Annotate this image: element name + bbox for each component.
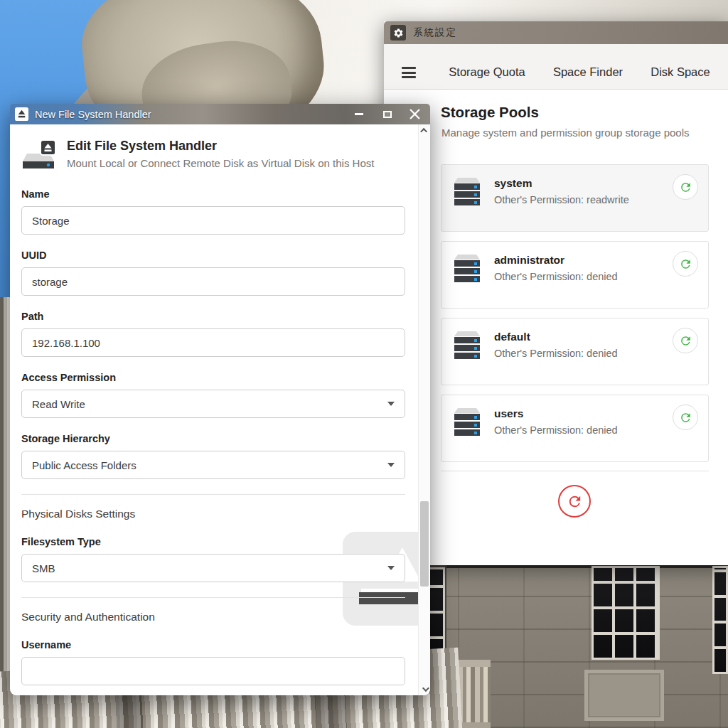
settings-titlebar[interactable]: 系統設定 bbox=[384, 21, 728, 44]
content-divider bbox=[441, 471, 709, 471]
pool-refresh-button[interactable] bbox=[673, 328, 698, 353]
name-label: Name bbox=[21, 188, 405, 200]
pool-permission: Other's Permission: readwrite bbox=[494, 194, 629, 205]
pool-card-administrator[interactable]: administrator Other's Permission: denied bbox=[441, 241, 709, 309]
dialog-header-subtitle: Mount Local or Connect Remote Disk as Vi… bbox=[67, 157, 374, 169]
filesystem-type-value: SMB bbox=[32, 562, 55, 574]
minimize-icon bbox=[355, 113, 363, 115]
page-title: Storage Pools bbox=[441, 104, 539, 121]
server-stack-icon bbox=[451, 405, 483, 439]
pool-name: default bbox=[494, 331, 530, 343]
refresh-icon bbox=[679, 411, 692, 424]
path-label: Path bbox=[21, 311, 405, 323]
tab-space-finder[interactable]: Space Finder bbox=[545, 65, 631, 79]
scroll-up-button[interactable] bbox=[419, 124, 430, 136]
building-window bbox=[592, 566, 660, 660]
chevron-down-icon bbox=[387, 402, 395, 406]
chevron-down-icon bbox=[422, 685, 429, 692]
filesystem-type-label: Filesystem Type bbox=[21, 536, 405, 548]
pool-permission: Other's Permission: denied bbox=[494, 424, 618, 436]
physical-disks-heading: Physical Disks Settings bbox=[21, 508, 405, 520]
access-permission-value: Read Write bbox=[32, 398, 85, 410]
section-divider bbox=[21, 597, 405, 598]
tab-disk-space[interactable]: Disk Space bbox=[638, 65, 723, 79]
field-path: Path bbox=[21, 311, 405, 357]
screen: 系統設定 Storage Quota Space Finder Disk Spa… bbox=[0, 0, 728, 728]
tab-storage-quota[interactable]: Storage Quota bbox=[444, 65, 530, 79]
relief-panel bbox=[584, 670, 664, 721]
server-stack-icon bbox=[451, 252, 483, 286]
pool-refresh-button[interactable] bbox=[673, 174, 698, 200]
field-name: Name bbox=[21, 188, 405, 235]
refresh-icon bbox=[679, 257, 692, 271]
close-button[interactable] bbox=[400, 104, 429, 124]
pool-name: system bbox=[494, 177, 532, 190]
pool-card-default[interactable]: default Other's Permission: denied bbox=[441, 318, 709, 385]
maximize-icon bbox=[383, 111, 392, 118]
security-heading: Security and Authentication bbox=[21, 611, 405, 623]
name-input[interactable] bbox=[21, 206, 405, 235]
filesystem-type-select[interactable]: SMB bbox=[21, 554, 405, 582]
storage-hierarchy-value: Public Access Folders bbox=[32, 459, 136, 471]
access-permission-select[interactable]: Read Write bbox=[21, 390, 405, 418]
username-label: Username bbox=[21, 639, 405, 651]
pool-name: users bbox=[494, 407, 523, 420]
pool-card-users[interactable]: users Other's Permission: denied bbox=[441, 395, 709, 462]
pool-permission: Other's Permission: denied bbox=[494, 271, 618, 282]
dialog-header-title: Edit File System Handler bbox=[67, 139, 374, 154]
username-input[interactable] bbox=[21, 657, 405, 685]
scrollbar-track[interactable] bbox=[418, 124, 430, 695]
field-access-permission: Access Permission Read Write bbox=[21, 372, 405, 418]
dialog-titlebar[interactable]: New File System Handler bbox=[10, 104, 430, 124]
pool-card-system[interactable]: system Other's Permission: readwrite bbox=[441, 164, 709, 232]
settings-window-title: 系統設定 bbox=[413, 26, 457, 39]
dialog-body: Edit File System Handler Mount Local or … bbox=[10, 124, 430, 695]
server-stack-icon bbox=[451, 328, 483, 363]
building-window bbox=[712, 566, 728, 674]
uuid-label: UUID bbox=[21, 250, 405, 262]
dialog-title: New File System Handler bbox=[35, 109, 151, 120]
access-permission-label: Access Permission bbox=[21, 372, 405, 384]
refresh-icon bbox=[567, 493, 583, 510]
page-subtitle: Manage system and permission group stora… bbox=[441, 127, 690, 139]
storage-hierarchy-select[interactable]: Public Access Folders bbox=[21, 451, 405, 479]
pool-permission: Other's Permission: denied bbox=[494, 348, 618, 359]
uuid-input[interactable] bbox=[21, 267, 405, 296]
chevron-down-icon bbox=[387, 463, 395, 467]
dialog-window: New File System Handler Edit File Sy bbox=[10, 104, 430, 695]
pool-name: administrator bbox=[494, 254, 564, 267]
settings-content: Storage Pools Manage system and permissi… bbox=[384, 90, 728, 565]
field-filesystem-type: Filesystem Type SMB bbox=[21, 536, 405, 582]
field-uuid: UUID bbox=[21, 250, 405, 296]
refresh-icon bbox=[679, 334, 692, 348]
eject-disk-icon bbox=[15, 107, 28, 121]
storage-hierarchy-label: Storage Hierarchy bbox=[21, 433, 405, 445]
dialog-header: Edit File System Handler Mount Local or … bbox=[21, 139, 405, 171]
section-divider bbox=[21, 494, 405, 495]
field-storage-hierarchy: Storage Hierarchy Public Access Folders bbox=[21, 433, 405, 479]
menu-button[interactable] bbox=[402, 67, 416, 78]
pool-refresh-button[interactable] bbox=[673, 405, 698, 430]
refresh-icon bbox=[679, 181, 692, 194]
pool-refresh-button[interactable] bbox=[673, 251, 698, 277]
chevron-up-icon bbox=[420, 128, 427, 135]
path-input[interactable] bbox=[21, 328, 405, 357]
field-username: Username bbox=[21, 639, 405, 685]
scrollbar-thumb[interactable] bbox=[420, 501, 429, 587]
chevron-down-icon bbox=[387, 566, 395, 570]
settings-window: 系統設定 Storage Quota Space Finder Disk Spa… bbox=[384, 21, 728, 565]
gear-icon bbox=[390, 25, 406, 41]
minimize-button[interactable] bbox=[345, 104, 373, 124]
close-icon bbox=[410, 109, 420, 119]
server-stack-icon bbox=[451, 175, 483, 209]
hard-disk-eject-icon bbox=[21, 139, 57, 171]
maximize-button[interactable] bbox=[373, 104, 402, 124]
settings-toolbar: Storage Quota Space Finder Disk Space bbox=[384, 44, 728, 90]
reload-all-button[interactable] bbox=[558, 485, 591, 518]
